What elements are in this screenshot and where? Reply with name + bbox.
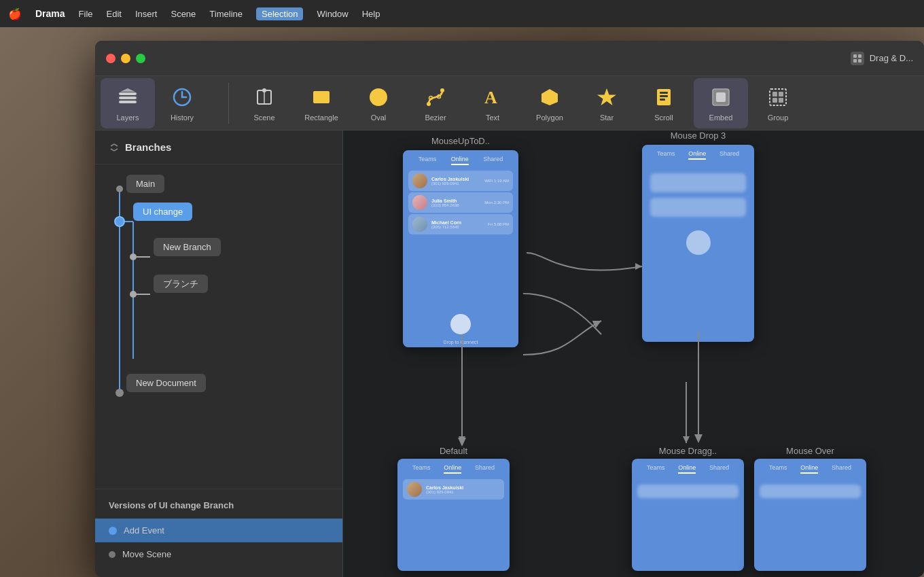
version-move-scene[interactable]: Move Scene (95, 542, 342, 566)
frame-default-label: Default (397, 446, 510, 456)
apple-icon: 🍎 (8, 7, 22, 20)
tool-oval[interactable]: Oval (351, 78, 406, 128)
frame-mouseover[interactable]: Teams Online Shared (754, 459, 866, 571)
contact-name-2: Julia Smith (431, 198, 480, 203)
menu-insert[interactable]: Insert (135, 9, 158, 19)
group-icon (766, 85, 790, 109)
polygon-label: Polygon (536, 113, 563, 122)
branch-newbranch-label: New Branch (154, 238, 221, 256)
frame-mousedragg[interactable]: Teams Online Shared (632, 459, 744, 571)
branch-main[interactable]: Main (126, 177, 164, 190)
polygon-icon (537, 85, 562, 109)
svg-rect-33 (779, 98, 783, 103)
frame-mousedrop3[interactable]: Teams Online Shared (642, 145, 754, 342)
version-dot-small (109, 551, 116, 558)
tool-scroll[interactable]: Scroll (637, 78, 691, 128)
embed-label: Embed (709, 113, 733, 122)
phone-tabs-2: Teams Online Shared (642, 145, 754, 162)
version-add-event-label: Add Event (124, 525, 164, 536)
tool-rectangle[interactable]: Rectangle (294, 78, 349, 128)
minimize-button[interactable] (121, 54, 130, 63)
phone-screen-default: Teams Online Shared Carlos Jaskulski (30… (397, 459, 510, 571)
text-label: Text (486, 113, 499, 122)
layers-icon (116, 85, 140, 109)
version-add-event[interactable]: Add Event (95, 519, 342, 542)
menu-edit[interactable]: Edit (107, 9, 122, 19)
svg-rect-5 (119, 97, 137, 99)
tab-shared-2: Shared (719, 150, 739, 160)
bezier-label: Bezier (425, 113, 446, 122)
tool-polygon[interactable]: Polygon (522, 78, 577, 128)
app-name: Drama (35, 8, 65, 19)
branch-ui-change[interactable]: UI change (133, 205, 192, 217)
tab-shared-over: Shared (832, 464, 851, 474)
name-d1: Carlos Jaskulski (426, 485, 500, 490)
frame-mouseover-label: Mouse Over (754, 446, 866, 456)
menubar: 🍎 Drama File Edit Insert Scene Timeline … (0, 0, 924, 27)
contact-info-1: Carlos Jaskulski (301) 929.0941 (431, 177, 480, 186)
svg-marker-21 (541, 89, 558, 105)
tool-embed[interactable]: Embed (694, 78, 748, 128)
menu-file[interactable]: File (79, 9, 93, 19)
tab-online-d: Online (444, 464, 461, 474)
scroll-label: Scroll (654, 113, 673, 122)
branch-japanese[interactable]: ブランチ (154, 277, 208, 290)
tool-group-panels: Layers History (101, 78, 209, 128)
close-button[interactable] (106, 54, 116, 63)
scroll-icon (652, 85, 676, 109)
scene-icon (252, 85, 277, 109)
svg-marker-7 (120, 88, 135, 92)
svg-text:A: A (484, 88, 497, 107)
branches-tree: Main UI change New Branch ブランチ New Docum… (95, 164, 342, 489)
tab-online-over: Online (800, 464, 818, 474)
main-canvas[interactable]: MouseUpToD.. Teams Online Shared (343, 130, 924, 577)
bezier-icon (423, 85, 448, 109)
blurred-contacts (642, 165, 754, 225)
svg-marker-51 (694, 434, 703, 443)
oval-label: Oval (371, 113, 387, 122)
phone-tabs: Teams Online Shared (403, 150, 518, 168)
svg-rect-29 (770, 89, 786, 105)
frame-mousedrop3-container: Mouse Drop 3 Teams Online Shared (642, 130, 754, 145)
frame-mouseup[interactable]: Teams Online Shared Carlos Jaskulski (30… (403, 150, 518, 347)
phone-footer-drop3 (642, 225, 754, 260)
blurred-over (754, 479, 866, 504)
tab-teams-2: Teams (657, 150, 675, 160)
frame-default[interactable]: Teams Online Shared Carlos Jaskulski (30… (397, 459, 510, 571)
menu-timeline[interactable]: Timeline (209, 9, 243, 19)
contact-name-3: Michael Corn (431, 220, 484, 225)
contact-d1: Carlos Jaskulski (301) 929.0941 (403, 479, 504, 500)
tool-history[interactable]: History (155, 78, 209, 128)
menu-scene[interactable]: Scene (171, 9, 196, 19)
contact-phone-2: (310) 854.2638 (431, 203, 480, 207)
svg-rect-12 (313, 91, 330, 103)
tool-group[interactable]: Group (751, 78, 805, 128)
tool-bezier[interactable]: Bezier (408, 78, 463, 128)
menu-help[interactable]: Help (362, 9, 380, 19)
svg-point-42 (130, 291, 137, 298)
menu-window[interactable]: Window (317, 9, 348, 19)
svg-rect-4 (119, 92, 137, 95)
maximize-button[interactable] (136, 54, 145, 63)
contact-time-1: WiFi 1:19 AM (484, 179, 509, 183)
branch-new-branch[interactable]: New Branch (154, 241, 221, 253)
svg-rect-3 (858, 59, 861, 63)
svg-rect-6 (119, 101, 137, 103)
tab-teams-drag: Teams (647, 464, 665, 474)
tool-scene[interactable]: Scene (237, 78, 291, 128)
tab-shared-d: Shared (475, 464, 495, 474)
drop-text: Drop to Connect (403, 340, 518, 347)
tool-star[interactable]: Star (580, 78, 634, 128)
svg-point-41 (130, 253, 137, 260)
contact-3: Michael Corn (205) 712.5645 Fri 5:08 PM (408, 214, 513, 234)
tool-layers[interactable]: Layers (101, 78, 155, 128)
tab-online-drag: Online (678, 464, 696, 474)
branch-new-document[interactable]: New Document (126, 377, 206, 389)
text-icon: A (480, 85, 505, 109)
oval-icon (366, 85, 391, 109)
svg-rect-31 (779, 92, 783, 97)
tool-text[interactable]: A Text (465, 78, 520, 128)
left-panel: Branches (95, 130, 343, 577)
branches-chevron[interactable] (109, 142, 120, 153)
menu-selection[interactable]: Selection (256, 7, 303, 20)
